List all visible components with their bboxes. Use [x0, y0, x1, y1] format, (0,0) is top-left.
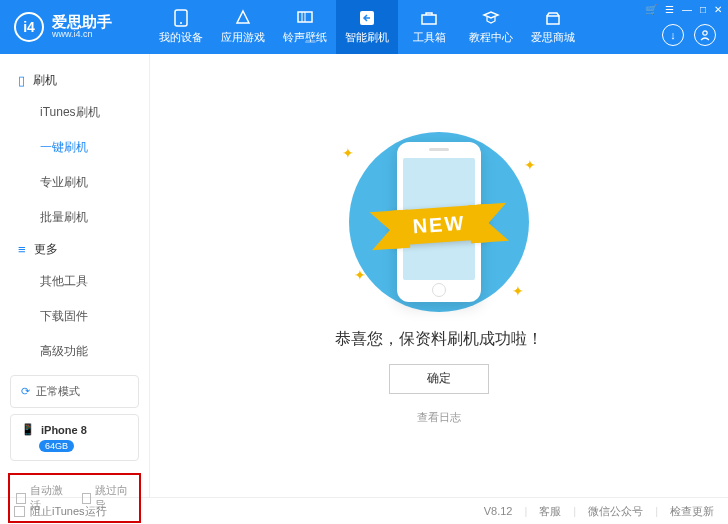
- apps-icon: [234, 9, 252, 27]
- close-icon[interactable]: ✕: [714, 4, 722, 15]
- sidebar: ▯刷机 iTunes刷机 一键刷机 专业刷机 批量刷机 ≡更多 其他工具 下载固…: [0, 54, 150, 497]
- block-itunes-checkbox[interactable]: 阻止iTunes运行: [14, 504, 107, 519]
- wechat-link[interactable]: 微信公众号: [588, 504, 643, 519]
- more-icon: ≡: [18, 242, 26, 257]
- sidebar-item-firmware[interactable]: 下载固件: [0, 299, 149, 334]
- version-label: V8.12: [484, 505, 513, 517]
- sidebar-item-other[interactable]: 其他工具: [0, 264, 149, 299]
- svg-rect-4: [422, 15, 436, 24]
- main-content: NEW ✦✦✦✦ 恭喜您，保资料刷机成功啦！ 确定 查看日志: [150, 54, 728, 497]
- device-card[interactable]: 📱iPhone 8 64GB: [10, 414, 139, 461]
- sidebar-group-flash: ▯刷机: [0, 66, 149, 95]
- tutorial-icon: [482, 9, 500, 27]
- device-name: iPhone 8: [41, 424, 87, 436]
- logo-area: i4 爱思助手 www.i4.cn: [0, 12, 150, 42]
- svg-point-1: [180, 22, 182, 24]
- device-icon: 📱: [21, 423, 35, 436]
- sidebar-group-more: ≡更多: [0, 235, 149, 264]
- app-header: i4 爱思助手 www.i4.cn 我的设备 应用游戏 铃声壁纸 智能刷机 工具…: [0, 0, 728, 54]
- app-subtitle: www.i4.cn: [52, 29, 112, 40]
- sidebar-item-pro[interactable]: 专业刷机: [0, 165, 149, 200]
- success-illustration: NEW ✦✦✦✦: [324, 127, 554, 317]
- menu-icon[interactable]: ☰: [665, 4, 674, 15]
- nav-apps[interactable]: 应用游戏: [212, 0, 274, 54]
- flash-icon: [358, 9, 376, 27]
- app-title: 爱思助手: [52, 14, 112, 29]
- new-ribbon: NEW: [390, 204, 489, 246]
- storage-badge: 64GB: [39, 440, 74, 452]
- phone-icon: ▯: [18, 73, 25, 88]
- nav-ringtones[interactable]: 铃声壁纸: [274, 0, 336, 54]
- support-link[interactable]: 客服: [539, 504, 561, 519]
- maximize-icon[interactable]: □: [700, 4, 706, 15]
- sidebar-item-oneclick[interactable]: 一键刷机: [0, 130, 149, 165]
- success-message: 恭喜您，保资料刷机成功啦！: [335, 329, 543, 350]
- nav-my-device[interactable]: 我的设备: [150, 0, 212, 54]
- nav-tutorials[interactable]: 教程中心: [460, 0, 522, 54]
- svg-rect-5: [547, 16, 559, 24]
- update-link[interactable]: 检查更新: [670, 504, 714, 519]
- cart-icon[interactable]: 🛒: [645, 4, 657, 15]
- download-button[interactable]: ↓: [662, 24, 684, 46]
- device-icon: [172, 9, 190, 27]
- ringtone-icon: [296, 9, 314, 27]
- top-nav: 我的设备 应用游戏 铃声壁纸 智能刷机 工具箱 教程中心 爱思商城: [150, 0, 584, 54]
- toolbox-icon: [420, 9, 438, 27]
- user-button[interactable]: [694, 24, 716, 46]
- sidebar-item-itunes[interactable]: iTunes刷机: [0, 95, 149, 130]
- mode-selector[interactable]: ⟳正常模式: [10, 375, 139, 408]
- view-log-link[interactable]: 查看日志: [417, 410, 461, 425]
- nav-store[interactable]: 爱思商城: [522, 0, 584, 54]
- logo-icon: i4: [14, 12, 44, 42]
- nav-toolbox[interactable]: 工具箱: [398, 0, 460, 54]
- nav-flash[interactable]: 智能刷机: [336, 0, 398, 54]
- store-icon: [544, 9, 562, 27]
- sidebar-item-advanced[interactable]: 高级功能: [0, 334, 149, 369]
- ok-button[interactable]: 确定: [389, 364, 489, 394]
- svg-point-6: [703, 31, 707, 35]
- refresh-icon: ⟳: [21, 385, 30, 398]
- minimize-icon[interactable]: —: [682, 4, 692, 15]
- sidebar-item-batch[interactable]: 批量刷机: [0, 200, 149, 235]
- window-controls: 🛒 ☰ — □ ✕: [645, 4, 722, 15]
